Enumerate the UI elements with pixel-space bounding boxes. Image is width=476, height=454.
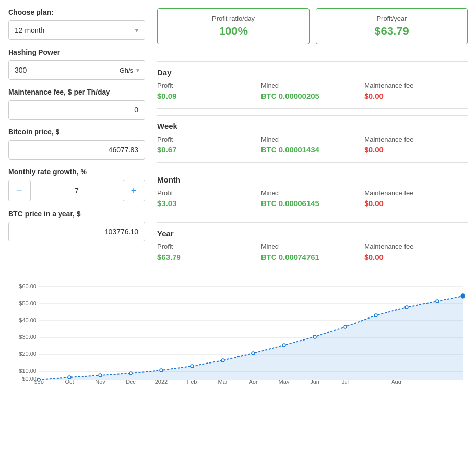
profit-ratio-box: Profit ratio/day 100% xyxy=(157,8,310,44)
maintenance-fee-input[interactable] xyxy=(8,100,145,120)
fee-metric: Maintenance fee $0.00 xyxy=(364,189,468,208)
mined-label: Mined xyxy=(261,189,365,197)
profit-year-box: Profit/year $63.79 xyxy=(316,8,468,44)
fee-label: Maintenance fee xyxy=(364,82,468,89)
period-section-year: Year Profit $63.79 Mined BTC 0.00074761 … xyxy=(157,216,468,261)
svg-text:Dec: Dec xyxy=(126,379,136,384)
increment-button[interactable]: + xyxy=(123,180,145,201)
profit-label: Profit xyxy=(157,189,261,197)
profit-ratio-label: Profit ratio/day xyxy=(166,15,301,22)
svg-text:Sep: Sep xyxy=(34,379,44,384)
svg-text:$10.00: $10.00 xyxy=(19,368,36,374)
section-divider xyxy=(157,115,468,116)
chart-container: $60.00 $50.00 $40.00 $30.00 $20.00 $10.0… xyxy=(8,282,468,384)
svg-text:Feb: Feb xyxy=(187,379,197,384)
svg-text:$30.00: $30.00 xyxy=(19,334,36,340)
mined-label: Mined xyxy=(261,135,365,143)
metrics-row: Profit $3.03 Mined BTC 0.00006145 Mainte… xyxy=(157,189,468,208)
section-divider xyxy=(157,169,468,169)
monthly-rate-input[interactable] xyxy=(31,180,123,201)
profit-value: $3.03 xyxy=(157,199,261,208)
fee-value: $0.00 xyxy=(364,253,468,261)
svg-point-26 xyxy=(405,306,408,309)
svg-text:2022: 2022 xyxy=(155,379,168,384)
btc-price-year-input[interactable] xyxy=(8,222,145,241)
fee-value: $0.00 xyxy=(364,92,468,100)
svg-text:Nov: Nov xyxy=(95,379,105,384)
plan-select-wrapper[interactable]: 12 month 1 month 3 month 6 month 24 mont… xyxy=(8,20,145,40)
svg-point-18 xyxy=(160,369,163,372)
profit-metric: Profit $0.09 xyxy=(157,82,261,100)
svg-text:$20.00: $20.00 xyxy=(19,351,36,357)
summary-boxes: Profit ratio/day 100% Profit/year $63.79 xyxy=(157,8,468,44)
profit-metric: Profit $0.67 xyxy=(157,135,261,154)
svg-point-25 xyxy=(374,314,377,317)
bitcoin-price-input[interactable] xyxy=(8,140,145,160)
fee-value: $0.00 xyxy=(364,145,468,154)
left-panel: Choose plan: 12 month 1 month 3 month 6 … xyxy=(8,8,145,269)
period-title: Month xyxy=(157,175,468,184)
mined-value: BTC 0.00074761 xyxy=(261,253,365,261)
profit-chart: $60.00 $50.00 $40.00 $30.00 $20.00 $10.0… xyxy=(8,282,468,384)
svg-text:Apr: Apr xyxy=(249,379,257,384)
svg-text:$60.00: $60.00 xyxy=(19,283,36,289)
fee-metric: Maintenance fee $0.00 xyxy=(364,82,468,100)
period-section-week: Week Profit $0.67 Mined BTC 0.00001434 M… xyxy=(157,108,468,154)
svg-text:$40.00: $40.00 xyxy=(19,317,36,323)
mined-metric: Mined BTC 0.00074761 xyxy=(261,243,365,261)
decrement-button[interactable]: − xyxy=(8,180,31,201)
svg-point-22 xyxy=(282,344,285,347)
profit-value: $0.67 xyxy=(157,145,261,154)
svg-point-27 xyxy=(436,300,439,303)
svg-marker-13 xyxy=(39,296,463,380)
periods-container: Day Profit $0.09 Mined BTC 0.00000205 Ma… xyxy=(157,55,468,261)
svg-text:Mar: Mar xyxy=(218,379,228,384)
svg-point-21 xyxy=(252,352,255,355)
mined-metric: Mined BTC 0.00000205 xyxy=(261,82,365,100)
hashing-power-input[interactable] xyxy=(8,60,115,80)
svg-text:Jun: Jun xyxy=(310,379,319,384)
profit-metric: Profit $63.79 xyxy=(157,243,261,261)
mined-label: Mined xyxy=(261,243,365,251)
svg-text:Jul: Jul xyxy=(342,379,349,384)
profit-year-label: Profit/year xyxy=(324,15,459,22)
plan-select[interactable]: 12 month 1 month 3 month 6 month 24 mont… xyxy=(8,20,145,40)
svg-point-17 xyxy=(129,372,132,375)
mined-metric: Mined BTC 0.00006145 xyxy=(261,189,365,208)
bitcoin-price-label: Bitcoin price, $ xyxy=(8,128,145,136)
section-divider xyxy=(157,222,468,223)
svg-point-24 xyxy=(344,325,347,328)
profit-metric: Profit $3.03 xyxy=(157,189,261,208)
chevron-down-icon: ▼ xyxy=(135,67,140,73)
period-title: Year xyxy=(157,229,468,238)
hashing-power-row: Gh/s ▼ xyxy=(8,60,145,80)
fee-label: Maintenance fee xyxy=(364,135,468,143)
hashing-power-label: Hashing Power xyxy=(8,48,145,56)
hashing-unit-label: Gh/s xyxy=(120,66,133,74)
svg-text:$50.00: $50.00 xyxy=(19,300,36,306)
period-title: Week xyxy=(157,122,468,130)
fee-label: Maintenance fee xyxy=(364,189,468,197)
svg-text:Aug: Aug xyxy=(391,379,401,384)
mined-label: Mined xyxy=(261,82,365,89)
svg-point-20 xyxy=(221,359,224,362)
period-section-day: Day Profit $0.09 Mined BTC 0.00000205 Ma… xyxy=(157,55,468,100)
hashing-unit-selector[interactable]: Gh/s ▼ xyxy=(115,60,145,80)
period-section-month: Month Profit $3.03 Mined BTC 0.00006145 … xyxy=(157,162,468,208)
maintenance-fee-label: Maintenance fee, $ per Th/day xyxy=(8,88,145,96)
svg-text:Oct: Oct xyxy=(65,379,74,384)
monthly-rate-stepper: − + xyxy=(8,180,145,201)
mined-value: BTC 0.00006145 xyxy=(261,199,365,208)
mined-value: BTC 0.00001434 xyxy=(261,145,365,154)
right-panel: Profit ratio/day 100% Profit/year $63.79… xyxy=(157,8,468,269)
svg-point-19 xyxy=(191,365,194,368)
fee-metric: Maintenance fee $0.00 xyxy=(364,243,468,261)
fee-metric: Maintenance fee $0.00 xyxy=(364,135,468,154)
svg-text:May: May xyxy=(279,379,290,384)
mined-metric: Mined BTC 0.00001434 xyxy=(261,135,365,154)
svg-point-28 xyxy=(461,294,465,298)
profit-label: Profit xyxy=(157,135,261,143)
monthly-rate-label: Monthly rate growth, % xyxy=(8,168,145,176)
svg-point-23 xyxy=(313,335,316,338)
metrics-row: Profit $63.79 Mined BTC 0.00074761 Maint… xyxy=(157,243,468,261)
